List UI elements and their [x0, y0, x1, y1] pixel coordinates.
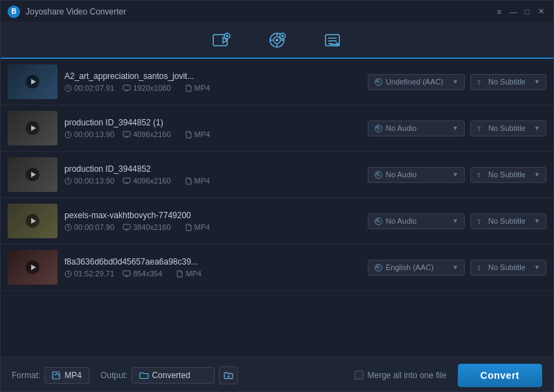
- file-info: production ID_3944852 (1) 00:00:13.90: [64, 118, 361, 139]
- format-section: Format: MP4: [12, 367, 89, 384]
- format: MP4: [195, 223, 211, 231]
- app-icon: B: [8, 6, 20, 18]
- format: MP4: [195, 177, 211, 185]
- file-meta: 00:02:07.91 1920x1080: [64, 84, 361, 92]
- bottom-bar: Format: MP4 Output: Converted Merge: [1, 357, 553, 392]
- svg-rect-66: [123, 271, 130, 276]
- file-thumbnail[interactable]: [8, 64, 57, 99]
- duration: 00:00:07.90: [74, 223, 114, 231]
- subtitle-chevron: ▼: [534, 171, 540, 178]
- subtitle-value: No Subtitle: [488, 263, 526, 271]
- subtitle-dropdown[interactable]: T No Subtitle ▼: [470, 121, 546, 136]
- edit-media-button[interactable]: [263, 26, 291, 54]
- file-icon: [176, 270, 184, 278]
- subtitle-icon: T: [476, 170, 485, 179]
- file-thumbnail[interactable]: [8, 204, 57, 238]
- output-path: Converted: [132, 367, 215, 384]
- file-thumbnail[interactable]: [8, 111, 57, 145]
- audio-chevron: ▼: [452, 264, 458, 271]
- play-icon: [26, 214, 39, 228]
- toolbar: [1, 23, 553, 59]
- file-thumbnail[interactable]: [8, 250, 57, 285]
- subtitle-value: No Subtitle: [488, 78, 526, 86]
- audio-dropdown[interactable]: No Audio ▼: [368, 121, 465, 136]
- duration: 00:02:07.91: [74, 84, 114, 92]
- svg-point-50: [377, 174, 379, 176]
- monitor-icon: [123, 177, 131, 185]
- file-item: production ID_3944852 00:00:13.90: [1, 152, 553, 198]
- audio-value: Undefined (AAC): [386, 78, 443, 86]
- format: MP4: [195, 84, 211, 92]
- file-item: f8a3636d6bd0d45657aea6a98c39... 01:52:29…: [1, 244, 553, 291]
- audio-chevron: ▼: [452, 217, 458, 224]
- file-info: production ID_3944852 00:00:13.90: [64, 164, 361, 185]
- file-list: A2_art_appreciation_santos_jovit... 00:0…: [1, 59, 553, 357]
- file-controls: No Audio ▼ T No Subtitle ▼: [368, 121, 546, 136]
- svg-text:T: T: [477, 172, 481, 179]
- audio-value: No Audio: [386, 124, 417, 132]
- resolution: 1920x1080: [133, 84, 170, 92]
- svg-line-43: [69, 181, 70, 181]
- play-icon: [26, 168, 39, 181]
- svg-point-61: [377, 220, 379, 222]
- resolution-meta: 4096x2160: [123, 177, 170, 185]
- audio-icon: [374, 263, 383, 272]
- monitor-icon: [123, 84, 131, 92]
- clock-icon: [64, 84, 72, 92]
- audio-chevron: ▼: [452, 171, 458, 178]
- audio-dropdown[interactable]: No Audio ▼: [368, 167, 465, 183]
- minimize-button[interactable]: —: [508, 6, 519, 17]
- file-icon: [185, 224, 193, 231]
- file-format: MP4: [185, 177, 211, 185]
- maximize-button[interactable]: □: [521, 6, 533, 17]
- file-info: A2_art_appreciation_santos_jovit... 00:0…: [64, 71, 361, 92]
- subtitle-value: No Subtitle: [488, 217, 526, 225]
- subtitle-dropdown[interactable]: T No Subtitle ▼: [470, 167, 546, 183]
- clock-icon: [64, 270, 72, 278]
- audio-icon: [374, 170, 383, 179]
- close-button[interactable]: ✕: [535, 6, 546, 17]
- audio-value: English (AAC): [386, 263, 434, 271]
- resolution: 4096x2160: [133, 130, 170, 139]
- play-icon: [26, 75, 39, 89]
- format-selector[interactable]: MP4: [44, 367, 89, 384]
- audio-chevron: ▼: [452, 125, 458, 132]
- subtitle-chevron: ▼: [534, 78, 540, 85]
- subtitle-dropdown[interactable]: T No Subtitle ▼: [470, 74, 546, 90]
- menu-icon[interactable]: ≡: [494, 6, 505, 17]
- svg-line-21: [69, 88, 70, 89]
- format-label: Format:: [12, 371, 40, 380]
- clock-icon: [64, 224, 72, 231]
- resolution: 854x354: [133, 269, 162, 278]
- browse-output-button[interactable]: [219, 366, 238, 384]
- merge-checkbox[interactable]: [355, 371, 364, 380]
- resolution-meta: 854x354: [123, 269, 162, 278]
- audio-value: No Audio: [386, 170, 417, 179]
- convert-button[interactable]: Convert: [458, 364, 542, 387]
- file-name: pexels-max-vakhtbovych-7749200: [64, 211, 361, 220]
- app-title: Joyoshare Video Converter: [26, 7, 126, 17]
- merge-label: Merge all into one file: [368, 371, 447, 380]
- window-controls: ≡ — □ ✕: [494, 6, 546, 17]
- format-value-text: MP4: [64, 371, 82, 380]
- monitor-icon: [123, 224, 131, 231]
- subtitle-icon: T: [476, 263, 485, 272]
- subtitle-dropdown[interactable]: T No Subtitle ▼: [470, 260, 546, 276]
- file-icon: [185, 177, 193, 185]
- audio-dropdown[interactable]: Undefined (AAC) ▼: [368, 74, 465, 90]
- svg-rect-22: [123, 85, 130, 90]
- add-video-button[interactable]: [208, 26, 235, 54]
- file-thumbnail[interactable]: [8, 157, 57, 192]
- format: MP4: [186, 269, 202, 278]
- file-icon: [185, 84, 193, 92]
- conversion-list-button[interactable]: [319, 26, 346, 54]
- file-format: MP4: [185, 223, 211, 231]
- resolution: 4096x2160: [133, 177, 170, 185]
- audio-dropdown[interactable]: No Audio ▼: [368, 213, 465, 229]
- svg-point-6: [276, 39, 278, 42]
- duration-meta: 01:52:29.71: [64, 269, 114, 278]
- duration-meta: 00:00:07.90: [64, 223, 114, 231]
- file-controls: English (AAC) ▼ T No Subtitle ▼: [368, 260, 546, 276]
- audio-dropdown[interactable]: English (AAC) ▼: [368, 260, 465, 276]
- subtitle-dropdown[interactable]: T No Subtitle ▼: [470, 213, 546, 229]
